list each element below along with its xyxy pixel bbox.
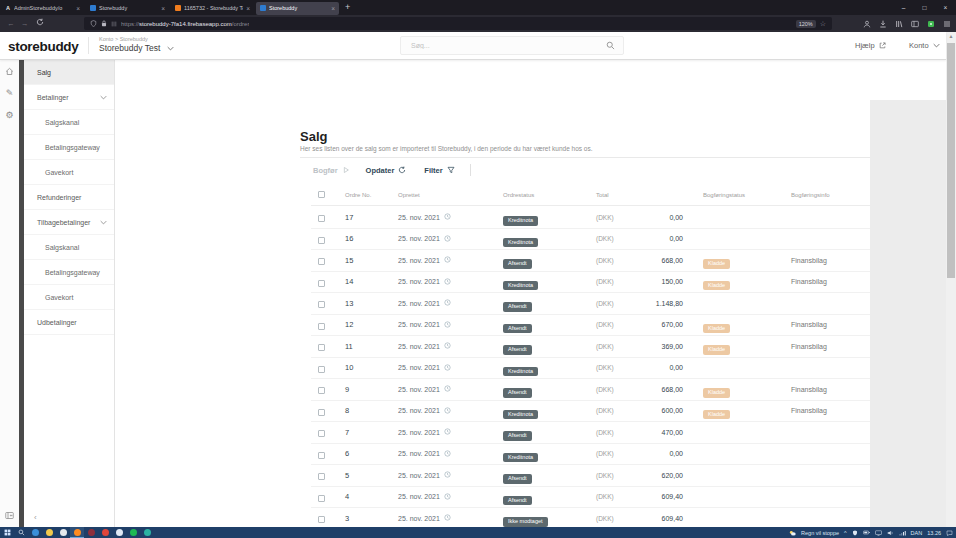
volume-icon[interactable] <box>887 530 894 536</box>
storebuddy-logo[interactable]: storebuddy <box>8 39 79 54</box>
scrollbar-up-arrow[interactable]: ▲ <box>946 33 956 39</box>
row-checkbox[interactable] <box>318 366 325 373</box>
search-input[interactable] <box>409 41 600 50</box>
action-center-icon[interactable] <box>946 530 953 536</box>
table-row[interactable]: 1425. nov. 2021Kreditnota(DKK)150,00Klad… <box>311 272 956 294</box>
sidebar-item-salgskanal[interactable]: Salgskanal <box>24 110 114 135</box>
minimize-button[interactable]: – <box>893 0 914 15</box>
sidebar-item-refunderinger[interactable]: Refunderinger <box>24 185 114 210</box>
sidebar-item-salg[interactable]: Salg <box>24 60 114 85</box>
weather-text[interactable]: Regn vil stoppe <box>801 530 839 536</box>
tab-close-icon[interactable]: × <box>246 5 250 12</box>
account-switcher[interactable]: Storebuddy Test <box>99 43 174 53</box>
tab-close-icon[interactable]: × <box>331 5 335 12</box>
pencil-icon[interactable]: ✎ <box>4 88 15 99</box>
sidebar-collapse-chevron[interactable]: ‹ <box>34 513 37 522</box>
account-icon[interactable] <box>863 20 871 28</box>
weather-icon[interactable] <box>789 530 796 536</box>
language-indicator[interactable]: DAN <box>911 530 923 536</box>
table-row[interactable]: 425. nov. 2021Afsendt(DKK)609,40⋮ <box>311 487 956 509</box>
chrome-icon[interactable] <box>56 527 70 538</box>
row-checkbox[interactable] <box>318 301 325 308</box>
app-red-icon[interactable] <box>98 527 112 538</box>
browser-tab[interactable]: Storebuddy× <box>86 2 169 15</box>
sidebar-item-gavekort[interactable]: Gavekort <box>24 285 114 310</box>
row-checkbox[interactable] <box>318 387 325 394</box>
konto-menu[interactable]: Konto <box>909 41 940 50</box>
collapse-panel-icon[interactable] <box>4 511 15 522</box>
browser-tab[interactable]: AAdminStorebuddy/o× <box>1 2 84 15</box>
microsoft-edge-icon[interactable] <box>28 527 42 538</box>
sidebar-item-tilbagebetalinger[interactable]: Tilbagebetalinger <box>24 210 114 235</box>
start-button[interactable] <box>0 527 14 538</box>
row-checkbox[interactable] <box>318 215 325 222</box>
tab-close-icon[interactable]: × <box>76 5 80 12</box>
scrollbar-thumb[interactable] <box>947 43 955 278</box>
sidebar-item-gavekort[interactable]: Gavekort <box>24 160 114 185</box>
filter-button[interactable]: Filter <box>424 166 454 175</box>
zoom-level-badge[interactable]: 120% <box>796 20 816 28</box>
maximize-button[interactable]: □ <box>914 0 935 15</box>
sidebar-item-betalingsgateway[interactable]: Betalingsgateway <box>24 260 114 285</box>
address-bar[interactable]: https://storebuddy-7fa14.firebaseapp.com… <box>84 17 832 30</box>
row-checkbox[interactable] <box>318 258 325 265</box>
downloads-icon[interactable] <box>879 20 887 28</box>
menu-icon[interactable] <box>943 20 951 28</box>
opdater-button[interactable]: Opdater <box>366 166 407 175</box>
row-checkbox[interactable] <box>318 473 325 480</box>
row-checkbox[interactable] <box>318 237 325 244</box>
hidden-icons-chevron[interactable]: ^ <box>844 530 847 536</box>
row-checkbox[interactable] <box>318 280 325 287</box>
display-icon[interactable] <box>875 530 882 536</box>
row-checkbox[interactable] <box>318 344 325 351</box>
tab-close-icon[interactable]: × <box>161 5 165 12</box>
app-teal-icon[interactable] <box>140 527 154 538</box>
table-row[interactable]: 725. nov. 2021Afsendt(DKK)470,00⋮ <box>311 422 956 444</box>
sidebar-toggle-icon[interactable] <box>911 20 919 28</box>
select-all-checkbox[interactable] <box>318 191 325 198</box>
sidebar-item-udbetalinger[interactable]: Udbetalinger <box>24 310 114 335</box>
table-row[interactable]: 1625. nov. 2021Kreditnota(DKK)0,00⋮ <box>311 229 956 251</box>
taskbar-search-icon[interactable] <box>14 527 28 538</box>
browser-tab[interactable]: Storebuddy× <box>256 2 339 15</box>
extension-icon[interactable] <box>927 20 935 28</box>
bogfor-button[interactable]: Bogfør <box>313 166 350 175</box>
table-row[interactable]: 1725. nov. 2021Kreditnota(DKK)0,00⋮ <box>311 207 956 229</box>
spotify-icon[interactable] <box>126 527 140 538</box>
firefox-icon[interactable] <box>70 527 84 538</box>
new-tab-button[interactable]: + <box>345 0 350 15</box>
table-row[interactable]: 1125. nov. 2021Afsendt(DKK)369,00KladdeF… <box>311 336 956 358</box>
sidebar-item-betalinger[interactable]: Betalinger <box>24 85 114 110</box>
bookmark-star-icon[interactable]: ☆ <box>820 20 826 28</box>
vertical-scrollbar[interactable]: ▲ <box>946 32 956 527</box>
network-icon[interactable] <box>899 530 906 536</box>
table-row[interactable]: 925. nov. 2021Afsendt(DKK)668,00KladdeFi… <box>311 379 956 401</box>
sidebar-item-betalingsgateway[interactable]: Betalingsgateway <box>24 135 114 160</box>
sidebar-item-salgskanal[interactable]: Salgskanal <box>24 235 114 260</box>
row-checkbox[interactable] <box>318 516 325 523</box>
gear-icon[interactable]: ⚙ <box>4 110 15 121</box>
reload-icon[interactable] <box>36 15 44 32</box>
search-icon[interactable] <box>606 41 615 50</box>
battery-icon[interactable] <box>863 530 870 535</box>
clock[interactable]: 13.26 <box>927 530 941 536</box>
table-row[interactable]: 525. nov. 2021Afsendt(DKK)620,00⋮ <box>311 465 956 487</box>
table-row[interactable]: 1325. nov. 2021Afsendt(DKK)1.148,80⋮ <box>311 293 956 315</box>
row-checkbox[interactable] <box>318 430 325 437</box>
table-row[interactable]: 825. nov. 2021Kreditnota(DKK)600,00Kladd… <box>311 401 956 423</box>
table-row[interactable]: 1025. nov. 2021Kreditnota(DKK)0,00⋮ <box>311 358 956 380</box>
row-checkbox[interactable] <box>318 409 325 416</box>
table-row[interactable]: 625. nov. 2021Kreditnota(DKK)0,00⋮ <box>311 444 956 466</box>
file-explorer-icon[interactable] <box>42 527 56 538</box>
browser-tab[interactable]: 1165732 - Storebuddy Test (M...× <box>171 2 254 15</box>
close-button[interactable]: × <box>935 0 956 15</box>
back-icon[interactable]: ← <box>7 15 15 32</box>
app-dark-red-icon[interactable] <box>84 527 98 538</box>
forward-icon[interactable]: → <box>21 15 29 32</box>
row-checkbox[interactable] <box>318 495 325 502</box>
home-icon[interactable] <box>4 67 15 78</box>
row-checkbox[interactable] <box>318 323 325 330</box>
security-shield-icon[interactable] <box>852 530 858 536</box>
table-row[interactable]: 1525. nov. 2021Afsendt(DKK)668,00KladdeF… <box>311 250 956 272</box>
help-link[interactable]: Hjælp <box>855 41 886 50</box>
